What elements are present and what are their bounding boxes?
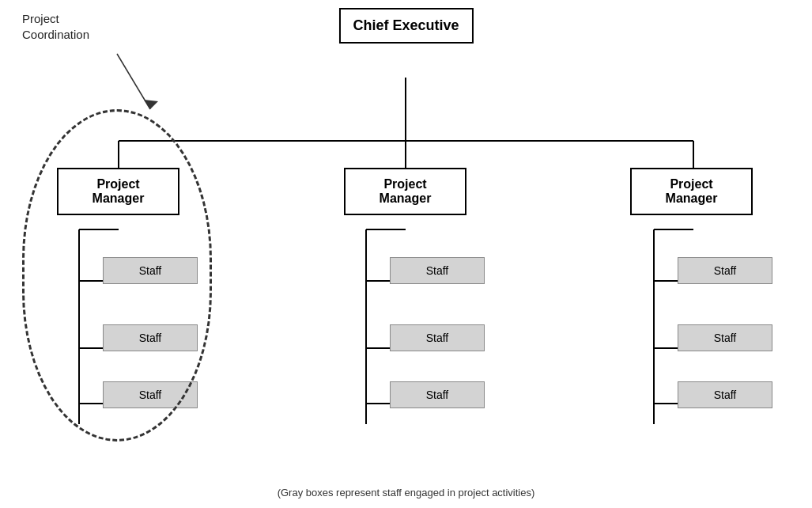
staff-label-r2: Staff <box>714 332 737 344</box>
staff-label-l1: Staff <box>139 264 162 277</box>
ceo-label: Chief Executive <box>353 17 459 33</box>
staff-label-l2: Staff <box>139 332 162 344</box>
staff-label-r1: Staff <box>714 264 737 277</box>
manager-box-center: ProjectManager <box>344 168 466 215</box>
ceo-box: Chief Executive <box>338 8 473 44</box>
org-lines-svg <box>0 0 812 508</box>
staff-box-center-2: Staff <box>390 324 485 351</box>
staff-box-left-1: Staff <box>103 257 198 284</box>
staff-label-r3: Staff <box>714 389 737 401</box>
manager-label-left: ProjectManager <box>93 177 145 205</box>
staff-label-c2: Staff <box>426 332 449 344</box>
staff-box-center-1: Staff <box>390 257 485 284</box>
manager-box-right: ProjectManager <box>630 168 753 215</box>
staff-box-right-1: Staff <box>678 257 772 284</box>
staff-box-center-3: Staff <box>390 381 485 408</box>
staff-box-right-3: Staff <box>678 381 772 408</box>
staff-label-l3: Staff <box>139 389 162 401</box>
diagram-container: ProjectCoordination <box>0 0 812 508</box>
staff-box-left-3: Staff <box>103 381 198 408</box>
manager-label-center: ProjectManager <box>380 177 432 205</box>
staff-box-right-2: Staff <box>678 324 772 351</box>
footer-note: (Gray boxes represent staff engaged in p… <box>278 487 535 499</box>
project-coordination-label: ProjectCoordination <box>22 11 89 42</box>
manager-label-right: ProjectManager <box>666 177 718 205</box>
staff-label-c1: Staff <box>426 264 449 277</box>
svg-line-0 <box>117 54 150 109</box>
staff-box-left-2: Staff <box>103 324 198 351</box>
svg-marker-1 <box>144 100 158 109</box>
manager-box-left: ProjectManager <box>57 168 179 215</box>
staff-label-c3: Staff <box>426 389 449 401</box>
